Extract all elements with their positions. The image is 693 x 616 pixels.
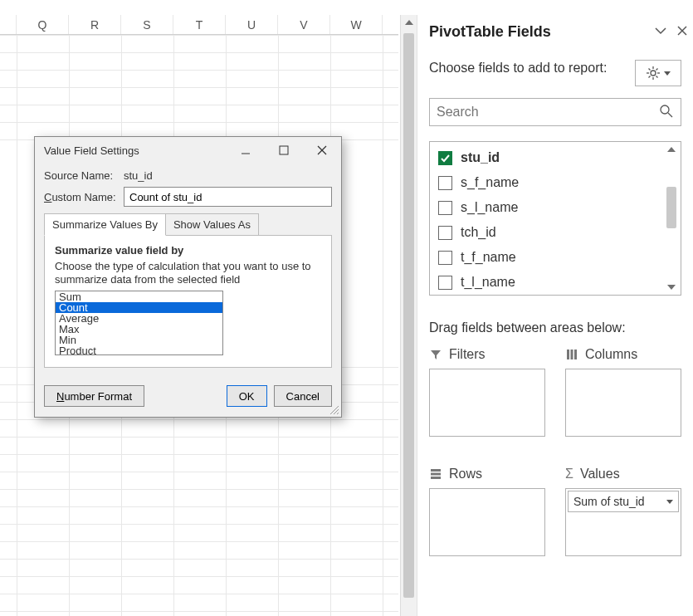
- minimize-button[interactable]: [227, 137, 265, 164]
- area-columns: Columns: [565, 347, 681, 437]
- checkbox-icon[interactable]: [438, 176, 452, 190]
- svg-rect-22: [574, 350, 577, 359]
- checkbox-checked-icon[interactable]: [438, 151, 452, 165]
- custom-name-label: Custom Name:: [44, 191, 124, 203]
- fields-search[interactable]: [429, 98, 681, 126]
- summary-option-average[interactable]: Average: [56, 313, 222, 324]
- number-format-button[interactable]: Number Format: [44, 385, 144, 407]
- summary-option-max[interactable]: Max: [56, 324, 222, 335]
- ok-button[interactable]: OK: [227, 385, 267, 407]
- cancel-button[interactable]: Cancel: [274, 385, 332, 407]
- scrollbar-thumb[interactable]: [666, 187, 676, 228]
- pivottable-fields-pane: PivotTable Fields Choose fields to add t…: [417, 15, 693, 616]
- field-item-t-f-name[interactable]: t_f_name: [433, 245, 661, 270]
- svg-line-16: [649, 76, 651, 78]
- custom-name-input[interactable]: [124, 187, 332, 207]
- scrollbar-thumb[interactable]: [403, 33, 414, 598]
- svg-line-15: [656, 76, 658, 78]
- source-name-value: stu_id: [124, 169, 153, 182]
- checkbox-icon[interactable]: [438, 251, 452, 265]
- close-pane-icon[interactable]: [676, 25, 688, 39]
- worksheet-vertical-scrollbar[interactable]: [400, 15, 417, 616]
- summarize-description: Choose the type of calculation that you …: [55, 260, 321, 286]
- summarize-heading: Summarize value field by: [55, 244, 321, 257]
- svg-rect-21: [571, 350, 573, 359]
- value-field-settings-dialog: Value Field Settings Source Name: stu_id…: [34, 136, 342, 418]
- chevron-down-icon: [664, 71, 671, 76]
- search-icon: [657, 104, 674, 121]
- resize-grip-icon[interactable]: [328, 403, 339, 415]
- col-header[interactable]: T: [173, 15, 226, 34]
- tools-dropdown[interactable]: [635, 60, 681, 86]
- pane-title: PivotTable Fields: [429, 23, 681, 41]
- svg-rect-25: [431, 477, 441, 479]
- col-header[interactable]: R: [69, 15, 121, 34]
- area-values: Σ Values Sum of stu_id: [565, 467, 681, 556]
- values-dropzone[interactable]: Sum of stu_id: [565, 488, 681, 556]
- columns-dropzone[interactable]: [565, 369, 681, 437]
- search-input[interactable]: [437, 105, 657, 120]
- svg-rect-1: [280, 146, 288, 154]
- dialog-titlebar[interactable]: Value Field Settings: [35, 137, 341, 164]
- scroll-up-icon[interactable]: [664, 144, 679, 155]
- chevron-down-icon: [666, 500, 673, 504]
- value-field-chip[interactable]: Sum of stu_id: [568, 491, 679, 512]
- choose-fields-hint: Choose fields to add to report:: [429, 60, 635, 77]
- area-rows: Rows: [429, 467, 545, 556]
- field-item-tch-id[interactable]: tch_id: [433, 220, 661, 245]
- checkbox-icon[interactable]: [438, 276, 452, 290]
- field-item-stu-id[interactable]: stu_id: [433, 145, 661, 170]
- col-header[interactable]: W: [330, 15, 383, 34]
- svg-point-18: [661, 105, 669, 114]
- fields-scrollbar[interactable]: [664, 144, 679, 293]
- scroll-up-icon[interactable]: [401, 15, 417, 30]
- col-header[interactable]: V: [278, 15, 330, 34]
- fields-list-box: stu_id s_f_name s_l_name tch_id t_f_name…: [429, 141, 681, 296]
- source-name-label: Source Name:: [44, 169, 124, 182]
- rows-dropzone[interactable]: [429, 488, 545, 556]
- field-item-t-l-name[interactable]: t_l_name: [433, 270, 661, 291]
- summary-function-list[interactable]: Sum Count Average Max Min Product: [55, 291, 223, 355]
- col-header[interactable]: U: [226, 15, 278, 34]
- area-filters: Filters: [429, 347, 545, 437]
- tab-summarize-values-by[interactable]: Summarize Values By: [44, 213, 166, 236]
- svg-rect-24: [431, 473, 441, 476]
- svg-line-17: [656, 69, 658, 71]
- svg-rect-20: [567, 350, 569, 359]
- field-item-s-l-name[interactable]: s_l_name: [433, 195, 661, 220]
- svg-line-6: [337, 413, 339, 414]
- svg-point-9: [651, 71, 656, 76]
- scroll-down-icon[interactable]: [664, 281, 679, 293]
- checkbox-icon[interactable]: [438, 226, 452, 240]
- col-header[interactable]: Q: [17, 15, 69, 34]
- field-item-s-f-name[interactable]: s_f_name: [433, 170, 661, 195]
- rows-icon: [429, 467, 442, 481]
- col-header[interactable]: S: [121, 15, 173, 34]
- dialog-title: Value Field Settings: [44, 144, 227, 157]
- tab-show-values-as[interactable]: Show Values As: [165, 213, 259, 236]
- column-headers: Q R S T U V W: [0, 15, 398, 35]
- filter-icon: [429, 348, 442, 361]
- collapse-pane-icon[interactable]: [653, 23, 668, 41]
- close-button[interactable]: [303, 137, 341, 164]
- columns-icon: [565, 348, 578, 361]
- summary-option-product[interactable]: Product: [56, 345, 222, 355]
- svg-rect-23: [431, 469, 441, 472]
- filters-dropzone[interactable]: [429, 369, 545, 437]
- svg-line-19: [668, 113, 672, 117]
- checkbox-icon[interactable]: [438, 201, 452, 215]
- maximize-button[interactable]: [265, 137, 303, 164]
- dialog-tabs: Summarize Values By Show Values As: [44, 213, 332, 236]
- svg-line-14: [649, 69, 651, 71]
- gear-icon: [646, 66, 661, 81]
- drag-fields-hint: Drag fields between areas below:: [429, 320, 681, 335]
- sigma-icon: Σ: [565, 467, 573, 482]
